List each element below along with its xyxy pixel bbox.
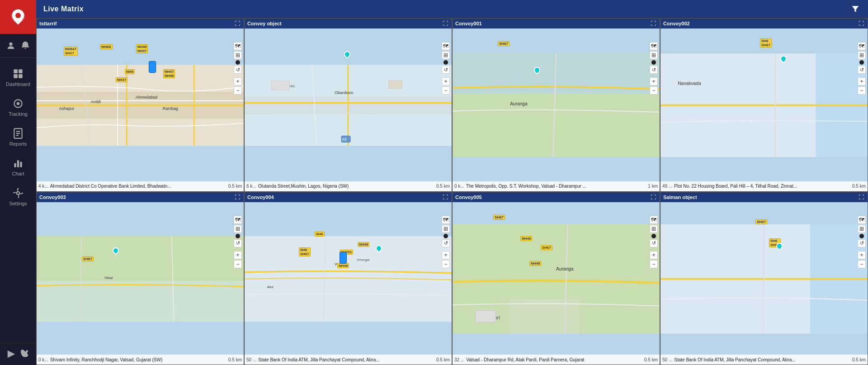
- map-icon-btn-2[interactable]: 🗺: [650, 42, 658, 50]
- refresh-btn-6[interactable]: ↺: [650, 239, 658, 247]
- refresh-btn-7[interactable]: ↺: [858, 239, 866, 247]
- vehicle-marker-5: [340, 252, 347, 264]
- play-store-icon[interactable]: [5, 348, 18, 360]
- refresh-btn-4[interactable]: ↺: [234, 239, 242, 247]
- road-chip-nh8: NH8: [125, 69, 135, 74]
- zoom-in-7[interactable]: +: [858, 251, 866, 259]
- road-chip-nh48: NH48NH47: [136, 44, 148, 53]
- map-icon-btn-7[interactable]: 🗺: [858, 216, 866, 224]
- refresh-btn-0[interactable]: ↺: [234, 66, 242, 74]
- sidebar-item-settings[interactable]: Settings: [0, 182, 36, 212]
- layers-btn-3[interactable]: ⊞: [858, 51, 866, 59]
- refresh-btn-2[interactable]: ↺: [650, 66, 658, 74]
- zoom-out-7[interactable]: −: [858, 260, 866, 268]
- layers-btn-1[interactable]: ⊞: [442, 51, 450, 59]
- zoom-in-3[interactable]: +: [858, 77, 866, 85]
- user-icon[interactable]: [5, 39, 17, 52]
- layers-btn-7[interactable]: ⊞: [858, 225, 866, 233]
- sidebar-item-tracking[interactable]: Tracking: [0, 92, 36, 122]
- expand-icon-6[interactable]: ⛶: [650, 194, 657, 201]
- zoom-out-5[interactable]: −: [442, 260, 450, 268]
- apple-store-icon[interactable]: [19, 348, 31, 360]
- svg-rect-49: [476, 310, 496, 322]
- map-icon-btn-6[interactable]: 🗺: [650, 216, 658, 224]
- map-canvas-4[interactable]: Tithal SH67 🗺 ⊞ ↺ + −: [37, 202, 244, 356]
- zoom-in-2[interactable]: +: [650, 77, 658, 85]
- map-icon-btn-1[interactable]: 🗺: [442, 42, 450, 50]
- map-canvas-5[interactable]: Valsad Atul Khergar SH701 SH6 NH48 NH48 …: [245, 202, 452, 356]
- zoom-in-0[interactable]: +: [234, 77, 242, 85]
- map-icon-btn-3[interactable]: 🗺: [858, 42, 866, 50]
- dot-0: [236, 60, 240, 65]
- map-cell-convoy004: Convoy004 ⛶ Valsad Atul Khergar SH701 SH…: [244, 192, 452, 365]
- cell-scale-4: 0.5 km: [228, 357, 242, 362]
- road-chip-nh47b: NH47: [116, 77, 127, 82]
- svg-point-2: [9, 43, 12, 46]
- map-canvas-3[interactable]: Nanakvada SH6SH67 🗺 ⊞ ↺ + −: [660, 28, 868, 182]
- refresh-btn-5[interactable]: ↺: [442, 239, 450, 247]
- refresh-btn-3[interactable]: ↺: [858, 66, 866, 74]
- zoom-out-3[interactable]: −: [858, 86, 866, 95]
- zoom-out-2[interactable]: −: [650, 86, 658, 95]
- refresh-btn-1[interactable]: ↺: [442, 66, 450, 74]
- svg-text:Obanikoro: Obanikoro: [335, 90, 353, 95]
- cell-scale-2: 1 km: [648, 184, 658, 189]
- expand-icon-4[interactable]: ⛶: [234, 194, 241, 201]
- zoom-in-1[interactable]: +: [442, 77, 450, 85]
- map-controls-5: 🗺 ⊞ ↺ + −: [442, 216, 450, 268]
- map-controls-3: 🗺 ⊞ ↺ + −: [858, 42, 866, 95]
- map-controls-7: 🗺 ⊞ ↺ + −: [858, 216, 866, 268]
- sidebar: Dashboard Tracking Reports: [0, 0, 36, 365]
- zoom-in-6[interactable]: +: [650, 251, 658, 259]
- map-canvas-7[interactable]: SH67 SH6SH67 🗺 ⊞ ↺ + −: [660, 202, 868, 356]
- expand-icon-1[interactable]: ⛶: [442, 20, 449, 27]
- zoom-in-5[interactable]: +: [442, 251, 450, 259]
- expand-icon-0[interactable]: ⛶: [234, 20, 241, 27]
- road-chip-sh67-c6: SH67: [493, 215, 505, 220]
- cell-km-6: 32 ...: [454, 357, 464, 362]
- marker-convoy002: [780, 56, 787, 62]
- cell-footer-0: 4 k... Ahmedabad District Co Operative B…: [37, 181, 244, 191]
- sidebar-item-chart[interactable]: Chart: [0, 152, 36, 182]
- layers-btn-4[interactable]: ⊞: [234, 225, 242, 233]
- sidebar-item-reports[interactable]: Reports: [0, 122, 36, 152]
- cell-header-3: Convoy002 ⛶: [660, 19, 868, 28]
- dot-3: [859, 60, 864, 65]
- layers-btn-2[interactable]: ⊞: [650, 51, 658, 59]
- zoom-out-1[interactable]: −: [442, 86, 450, 95]
- map-controls-1: 🗺 ⊞ ↺ + −: [442, 42, 450, 95]
- map-canvas-2[interactable]: Auranga SH67 🗺 ⊞ ↺ + −: [453, 28, 660, 182]
- map-canvas-1[interactable]: Obanikoro UBA NAFDAC A5 🗺 ⊞ ↺: [245, 28, 452, 182]
- dot-4: [236, 234, 240, 238]
- layers-btn-5[interactable]: ⊞: [442, 225, 450, 233]
- map-canvas-6[interactable]: Auranga Cinemart SH67 SH67 NH48 NH48 🗺 ⊞…: [453, 202, 660, 356]
- filter-icon[interactable]: [850, 4, 861, 14]
- svg-text:Khergar: Khergar: [357, 257, 370, 261]
- road-chip-sh67-c3: SH67: [82, 256, 94, 261]
- zoom-out-0[interactable]: −: [234, 86, 242, 95]
- expand-icon-5[interactable]: ⛶: [442, 194, 449, 201]
- sidebar-item-dashboard[interactable]: Dashboard: [0, 62, 36, 92]
- cell-title-7: Salman object: [663, 194, 697, 200]
- sidebar-label-dashboard: Dashboard: [6, 81, 30, 87]
- layers-btn-0[interactable]: ⊞: [234, 51, 242, 59]
- svg-text:Tithal: Tithal: [104, 275, 113, 280]
- zoom-out-6[interactable]: −: [650, 260, 658, 268]
- expand-icon-3[interactable]: ⛶: [858, 20, 865, 27]
- road-chip-nh47: NH47NH48: [163, 69, 175, 78]
- map-cell-convoy005: Convoy005 ⛶ Auranga Cinemart SH67 SH67 N…: [452, 192, 660, 365]
- sidebar-top-actions: [0, 34, 36, 58]
- svg-text:Ashapur: Ashapur: [59, 106, 74, 111]
- layers-btn-6[interactable]: ⊞: [650, 225, 658, 233]
- expand-icon-7[interactable]: ⛶: [858, 194, 865, 201]
- zoom-out-4[interactable]: −: [234, 260, 242, 268]
- zoom-in-4[interactable]: +: [234, 251, 242, 259]
- cell-footer-6: 32 ... Valsad - Dharampur Rd, Atak Pardi…: [453, 355, 660, 365]
- map-canvas-0[interactable]: Ambli Ahmedabad Ashapur Rambag NH947SH17…: [37, 28, 244, 182]
- svg-point-1: [15, 13, 21, 18]
- notification-icon[interactable]: [19, 39, 32, 52]
- map-icon-btn-5[interactable]: 🗺: [442, 216, 450, 224]
- map-icon-btn-4[interactable]: 🗺: [234, 216, 242, 224]
- expand-icon-2[interactable]: ⛶: [650, 20, 657, 27]
- map-icon-btn-0[interactable]: 🗺: [234, 42, 242, 50]
